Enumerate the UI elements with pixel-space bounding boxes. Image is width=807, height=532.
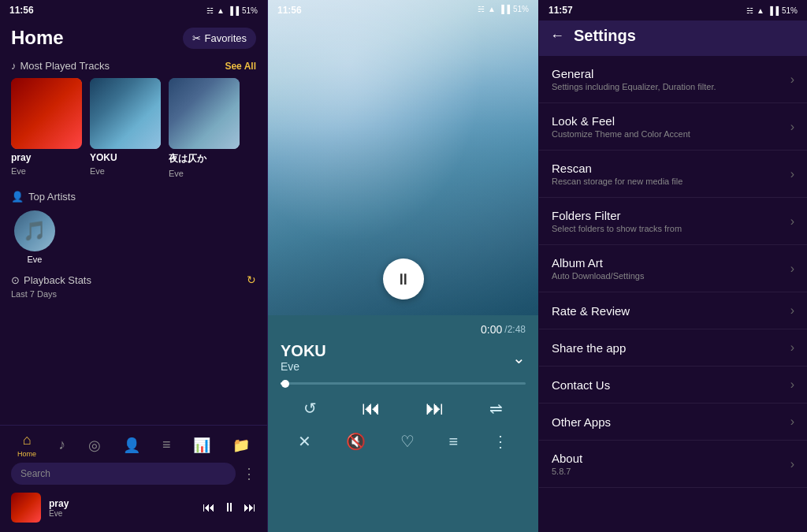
settings-general-subtitle: Settings including Equalizer, Duration f… [552,82,790,91]
more-options-icon[interactable]: ⋮ [242,465,256,482]
favorites-button[interactable]: ✂ Favorites [183,28,256,49]
artist-item[interactable]: 🎵 Eve [11,210,58,264]
settings-list: General Settings including Equalizer, Du… [539,56,807,532]
mini-controls: ⏮ ⏸ ⏭ [203,500,256,515]
track-thumbnail-3 [169,78,240,149]
nav-home[interactable]: ⌂ Home [17,432,36,458]
s-signal-icon: ▐▐ [768,6,779,15]
settings-contact-title: Contact Us [552,378,790,392]
song-artist: Eve [281,360,326,373]
settings-item-contact[interactable]: Contact Us › [539,366,807,404]
playlist-nav-icon: ≡ [162,437,171,453]
home-panel: 11:56 ☵ ▲ ▐▐ 51% Home ✂ Favorites ♪ Most… [0,0,268,532]
settings-look-feel-title: Look & Feel [552,114,790,128]
progress-handle[interactable] [281,380,289,388]
track-item[interactable]: 夜は仄か Eve [169,78,240,178]
battery-icon2: 51% [513,5,529,16]
nav-music[interactable]: ♪ [58,437,65,453]
settings-item-folders[interactable]: Folders Filter Select folders to show tr… [539,198,807,245]
look-feel-chevron-icon: › [790,120,794,134]
pause-mini-button[interactable]: ⏸ [223,500,236,515]
settings-item-rate[interactable]: Rate & Review › [539,292,807,329]
refresh-icon[interactable]: ↻ [247,273,256,286]
home-title: Home [11,27,64,49]
settings-item-rescan[interactable]: Rescan Rescan storage for new media file… [539,151,807,198]
playback-stats-section: ⊙ Playback Stats ↻ [0,264,267,289]
signal-icon: ▐▐ [228,6,239,15]
settings-item-other-apps-content: Other Apps [552,415,790,429]
settings-item-album-art[interactable]: Album Art Auto Download/Settings › [539,245,807,292]
nav-playlist[interactable]: ≡ [162,437,171,453]
player-time: 11:56 [277,5,302,16]
settings-album-art-subtitle: Auto Download/Settings [552,271,790,281]
settings-album-art-title: Album Art [552,256,790,270]
time-current: 0:00 [481,323,502,336]
home-status-bar: 11:56 ☵ ▲ ▐▐ 51% [0,0,267,20]
settings-item-about[interactable]: About 5.8.7 › [539,441,807,488]
prev-button[interactable]: ⏮ [203,500,215,515]
queue-button[interactable]: ≡ [449,433,459,451]
repeat-button[interactable]: ↺ [303,399,317,418]
skip-prev-button[interactable]: ⏮ [362,397,381,419]
song-title: YOKU [281,342,326,360]
next-button[interactable]: ⏭ [244,500,256,515]
settings-status-bar: 11:57 ☵ ▲ ▐▐ 51% [539,0,807,20]
settings-header: ← Settings [539,20,807,56]
music-note-icon: ♪ [11,60,17,72]
home-nav-label: Home [17,450,36,458]
back-button[interactable]: ← [550,28,564,44]
bottom-nav: ⌂ Home ♪ ◎ 👤 ≡ 📊 📁 Search [0,425,267,532]
more-button[interactable]: ⋮ [493,432,508,451]
stats-nav-icon: 📊 [193,437,210,454]
mini-player-info: pray Eve [49,498,195,518]
settings-item-other-apps[interactable]: Other Apps › [539,404,807,441]
search-row: Search ⋮ [0,458,267,488]
pause-button[interactable]: ⏸ [383,259,424,299]
track-artist-2: Eve [90,166,161,176]
nav-folder[interactable]: 📁 [232,437,250,454]
settings-share-title: Share the app [552,341,790,355]
track-item[interactable]: YOKU Eve [90,78,161,178]
top-artists-label: Top Artists [28,191,76,203]
most-played-header: ♪ Most Played Tracks See All [0,57,267,78]
heart-button[interactable]: ♡ [400,432,415,451]
nav-radio[interactable]: ◎ [88,437,101,454]
player-panel: 11:56 ☵ ▲ ▐▐ 51% ⏸ 0:00 /2:48 YOKU Eve ⌄ [268,0,539,532]
track-thumbnail-1 [11,78,82,149]
chevron-down-icon[interactable]: ⌄ [512,348,526,367]
settings-panel: 11:57 ☵ ▲ ▐▐ 51% ← Settings General Sett… [539,0,807,532]
settings-item-folders-content: Folders Filter Select folders to show tr… [552,209,790,233]
settings-title: Settings [574,27,636,45]
mini-player[interactable]: pray Eve ⏮ ⏸ ⏭ [0,488,267,529]
settings-item-rescan-content: Rescan Rescan storage for new media file [552,162,790,186]
track-art-1 [11,78,82,149]
nav-stats[interactable]: 📊 [193,437,210,454]
settings-item-share[interactable]: Share the app › [539,329,807,366]
album-art: 11:56 ☵ ▲ ▐▐ 51% ⏸ [268,0,538,315]
track-name-3: 夜は仄か [169,152,240,166]
song-info: YOKU Eve [281,342,326,373]
artist-name: Eve [28,255,43,264]
song-info-row: YOKU Eve ⌄ [281,342,526,373]
other-apps-chevron-icon: › [790,415,794,429]
battery-icon: 51% [242,6,258,15]
track-item[interactable]: pray Eve [11,78,82,178]
search-input[interactable]: Search [11,463,236,485]
mute-button[interactable]: 🔇 [346,432,366,451]
shuffle-button[interactable]: ⇌ [489,399,503,418]
last-7-days: Last 7 Days [0,289,267,305]
settings-about-title: About [552,452,790,465]
settings-item-look-feel[interactable]: Look & Feel Customize Theme and Color Ac… [539,103,807,151]
nav-artist[interactable]: 👤 [123,437,140,454]
music-nav-icon: ♪ [58,437,65,453]
skip-next-button[interactable]: ⏭ [426,397,444,419]
see-all-button[interactable]: See All [225,61,256,72]
album-art-chevron-icon: › [790,262,794,276]
close-button[interactable]: ✕ [298,432,311,451]
artist-avatar-placeholder: 🎵 [23,220,46,242]
settings-item-look-feel-content: Look & Feel Customize Theme and Color Ac… [552,114,790,139]
artist-avatar: 🎵 [14,210,55,251]
progress-bar[interactable] [281,382,526,385]
mini-player-title: pray [49,498,195,509]
settings-item-general[interactable]: General Settings including Equalizer, Du… [539,56,807,103]
